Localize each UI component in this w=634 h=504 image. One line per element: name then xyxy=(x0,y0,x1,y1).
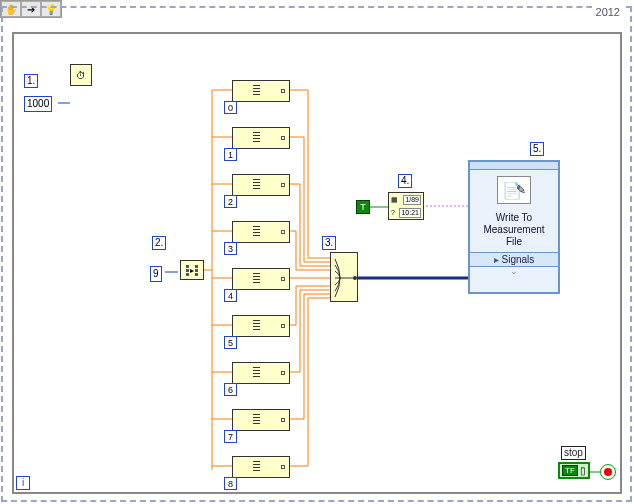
get-timestamp-vi[interactable]: ▦1/89 ?10:21 xyxy=(388,192,424,220)
merge-icon xyxy=(331,253,359,303)
array-icon xyxy=(253,414,260,424)
loop-iteration-terminal: i xyxy=(16,476,30,490)
array-icon xyxy=(253,273,260,283)
index-4[interactable]: 4 xyxy=(224,289,237,302)
array-icon xyxy=(253,320,260,330)
build-array-vi[interactable]: ▸ xyxy=(180,260,204,280)
expand-chevron[interactable]: ⌄ xyxy=(470,267,558,275)
index-array-0[interactable] xyxy=(232,80,290,102)
output-terminal xyxy=(281,183,285,187)
index-array-7[interactable] xyxy=(232,409,290,431)
index-0[interactable]: 0 xyxy=(224,101,237,114)
callout-4: 4. xyxy=(398,174,412,188)
array-size-constant[interactable]: 9 xyxy=(150,266,162,282)
write-measurement-file-vi[interactable]: 📄✎ Write To Measurement File ▸ Signals ⌄ xyxy=(468,160,560,294)
index-array-5[interactable] xyxy=(232,315,290,337)
boolean-true-constant[interactable]: T xyxy=(356,200,370,214)
stop-boolean-control[interactable]: TF ▯ xyxy=(558,462,590,479)
index-6[interactable]: 6 xyxy=(224,383,237,396)
array-icon xyxy=(253,226,260,236)
loop-stop-terminal[interactable] xyxy=(600,464,616,480)
vi-title-line2: Measurement xyxy=(472,224,556,236)
merge-signals-vi[interactable] xyxy=(330,252,358,302)
output-terminal xyxy=(281,418,285,422)
callout-1: 1. xyxy=(24,74,38,88)
array-icon xyxy=(253,132,260,142)
index-5[interactable]: 5 xyxy=(224,336,237,349)
output-terminal xyxy=(281,136,285,140)
signals-input[interactable]: ▸ Signals xyxy=(470,252,558,267)
svg-point-0 xyxy=(353,276,357,280)
time-field: 10:21 xyxy=(399,208,421,218)
date-field: 1/89 xyxy=(403,195,421,205)
vi-title-line1: Write To xyxy=(472,212,556,224)
input-arrow-icon: ▸ xyxy=(494,254,499,265)
index-8[interactable]: 8 xyxy=(224,477,237,490)
output-terminal xyxy=(281,230,285,234)
index-array-8[interactable] xyxy=(232,456,290,478)
array-icon xyxy=(253,367,260,377)
output-terminal xyxy=(281,89,285,93)
index-1[interactable]: 1 xyxy=(224,148,237,161)
vi-title-line3: File xyxy=(472,236,556,248)
index-3[interactable]: 3 xyxy=(224,242,237,255)
year-label: 2012 xyxy=(592,6,624,18)
stop-tf-indicator: TF xyxy=(562,465,578,476)
output-terminal xyxy=(281,371,285,375)
index-7[interactable]: 7 xyxy=(224,430,237,443)
output-terminal xyxy=(281,277,285,281)
array-icon xyxy=(253,179,260,189)
wait-ms-vi[interactable]: ⏱ xyxy=(70,64,92,86)
vi-header-bar xyxy=(470,162,558,170)
output-terminal xyxy=(281,324,285,328)
index-array-6[interactable] xyxy=(232,362,290,384)
wait-ms-constant[interactable]: 1000 xyxy=(24,96,52,112)
vi-title: Write To Measurement File xyxy=(470,210,558,252)
array-icon xyxy=(253,461,260,471)
calendar-icon: ▦ xyxy=(391,196,398,204)
index-array-2[interactable] xyxy=(232,174,290,196)
clock-icon: ⏱ xyxy=(76,70,86,81)
signals-label: Signals xyxy=(501,254,534,265)
switch-icon: ▯ xyxy=(580,465,586,476)
callout-2: 2. xyxy=(152,236,166,250)
stop-label: stop xyxy=(561,446,586,460)
callout-3: 3. xyxy=(322,236,336,250)
output-terminal xyxy=(281,465,285,469)
write-file-icon: 📄✎ xyxy=(497,176,531,204)
index-array-3[interactable] xyxy=(232,221,290,243)
index-array-4[interactable] xyxy=(232,268,290,290)
index-array-1[interactable] xyxy=(232,127,290,149)
callout-5: 5. xyxy=(530,142,544,156)
index-2[interactable]: 2 xyxy=(224,195,237,208)
array-icon xyxy=(253,85,260,95)
q-icon: ? xyxy=(391,209,395,216)
arrow-icon: ▸ xyxy=(190,266,194,275)
